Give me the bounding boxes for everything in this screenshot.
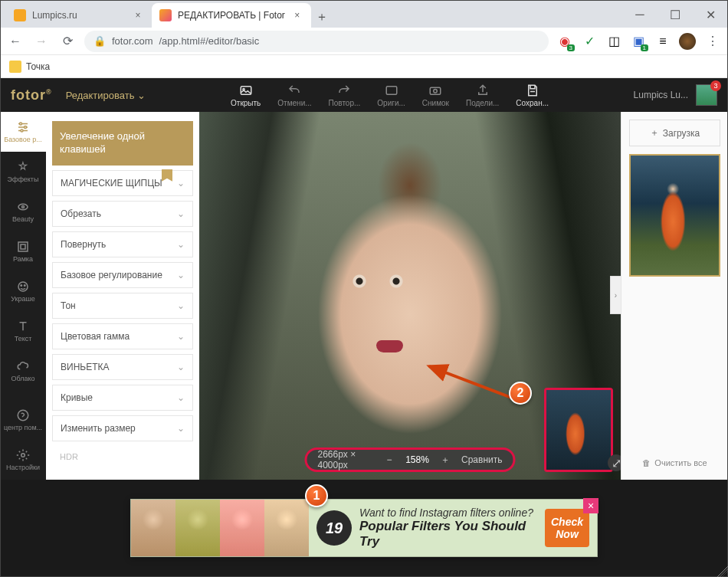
menu-button[interactable]: ⋮ <box>703 32 722 51</box>
zoom-out-button[interactable]: − <box>384 453 395 467</box>
window-maximize-button[interactable]: ☐ <box>657 2 693 28</box>
address-bar[interactable]: 🔒 fotor.com/app.html#/editor/basic <box>84 31 549 52</box>
right-panel: ＋ Загрузка 🗑 Очистить все <box>621 112 728 480</box>
image-dimensions: 2666px × 4000px <box>318 449 374 470</box>
chevron-down-icon: ⌄ <box>137 90 146 101</box>
options-panel: Увелечение одной клавишей МАГИЧЕСКИЕ ЩИП… <box>46 112 199 480</box>
forward-button[interactable]: → <box>32 32 51 51</box>
close-icon[interactable]: × <box>291 9 303 21</box>
option-curves[interactable]: Кривые⌄ <box>52 385 193 411</box>
svg-rect-11 <box>21 244 25 249</box>
chevron-down-icon: ⌄ <box>177 300 185 311</box>
svg-point-7 <box>21 129 23 132</box>
thumbnail[interactable] <box>629 154 720 277</box>
zoom-toolbar: 2666px × 4000px − 158% ＋ Сравнить <box>305 448 516 472</box>
option-crop[interactable]: Обрезать⌄ <box>52 201 193 227</box>
minimap[interactable]: ⤢ <box>544 388 613 472</box>
compare-button[interactable]: Сравнить <box>461 454 502 465</box>
extension-icon[interactable]: ✓ <box>581 33 598 50</box>
browser-tab-1[interactable]: Lumpics.ru × <box>6 3 152 28</box>
option-tone[interactable]: Тон⌄ <box>52 293 193 319</box>
new-tab-button[interactable]: ＋ <box>311 6 333 28</box>
url-path: /app.html#/editor/basic <box>159 35 259 47</box>
zoom-in-button[interactable]: ＋ <box>440 453 451 467</box>
canvas[interactable]: 2666px × 4000px − 158% ＋ Сравнить ⤢ <box>199 112 621 480</box>
chevron-down-icon: ⌄ <box>177 331 185 342</box>
one-tap-enhance-button[interactable]: Увелечение одной клавишей <box>52 121 193 166</box>
tab-basic[interactable]: Базовое р... <box>0 112 46 152</box>
tab-help[interactable]: центр пом... <box>0 400 46 440</box>
tab-settings[interactable]: Настройки <box>0 440 46 480</box>
snapshot-button[interactable]: Снимок <box>422 84 449 107</box>
close-icon[interactable]: × <box>132 9 144 21</box>
option-color[interactable]: Цветовая гамма⌄ <box>52 323 193 349</box>
back-button[interactable]: ← <box>6 32 25 51</box>
tab-frame[interactable]: Рамка <box>0 231 46 271</box>
option-magic[interactable]: МАГИЧЕСКИЕ ЩИПЦЫ⌄ <box>52 170 193 196</box>
left-iconbar: Базовое р... Эффекты Beauty Рамка Украше… <box>0 112 46 480</box>
reading-list-icon[interactable]: ≡ <box>654 33 671 50</box>
bookmark-item[interactable]: Точка <box>26 61 50 72</box>
app-header: fotor® Редактировать ⌄ Открыть Отмени...… <box>0 78 728 112</box>
ad-number: 19 <box>316 510 352 546</box>
svg-point-9 <box>22 206 25 208</box>
logo[interactable]: fotor® <box>11 87 52 103</box>
window-minimize-button[interactable]: ─ <box>622 2 657 28</box>
reload-button[interactable]: ⟳ <box>58 32 77 51</box>
header-tools: Открыть Отмени... Повтор... Ориги... Сни… <box>231 84 549 107</box>
browser-tab-2[interactable]: РЕДАКТИРОВАТЬ | Fotor × <box>152 3 311 28</box>
tab-effects[interactable]: Эффекты <box>0 152 46 192</box>
expand-icon[interactable]: ⤢ <box>608 454 621 471</box>
tab-cloud[interactable]: Облако <box>0 351 46 391</box>
ad-close-button[interactable]: × <box>583 498 598 513</box>
save-button[interactable]: Сохран... <box>516 84 549 107</box>
favicon <box>159 9 172 21</box>
user-area[interactable]: Lumpics Lu... <box>634 84 717 106</box>
extension-icon[interactable]: ◫ <box>605 33 622 50</box>
chevron-down-icon: ⌄ <box>177 362 185 372</box>
window-close-button[interactable]: ✕ <box>693 2 728 28</box>
tab-title: Lumpics.ru <box>32 10 77 21</box>
bookmarks-bar: Точка <box>0 55 728 78</box>
zoom-level: 158% <box>405 454 429 465</box>
browser-tabstrip: Lumpics.ru × РЕДАКТИРОВАТЬ | Fotor × ＋ ─… <box>0 0 728 28</box>
svg-rect-3 <box>431 87 441 94</box>
svg-rect-10 <box>18 242 28 251</box>
option-rotate[interactable]: Повернуть⌄ <box>52 231 193 257</box>
svg-rect-2 <box>386 86 397 94</box>
tab-stickers[interactable]: Украше <box>0 271 46 311</box>
chevron-down-icon: ⌄ <box>177 178 185 189</box>
tab-beauty[interactable]: Beauty <box>0 192 46 231</box>
share-button[interactable]: Подели... <box>466 84 499 107</box>
chevron-down-icon: ⌄ <box>177 208 185 219</box>
redo-button[interactable]: Повтор... <box>329 84 361 107</box>
extension-icon[interactable]: ◉ <box>556 33 573 50</box>
collapse-panel-button[interactable]: › <box>610 276 621 314</box>
undo-button[interactable]: Отмени... <box>277 84 311 107</box>
clear-all-button[interactable]: 🗑 Очистить все <box>629 454 720 472</box>
option-hdr[interactable]: HDR <box>52 446 193 467</box>
profile-avatar[interactable] <box>679 33 696 50</box>
browser-toolbar: ← → ⟳ 🔒 fotor.com/app.html#/editor/basic… <box>0 28 728 55</box>
ad-banner[interactable]: 19 Want to find Instagram filters online… <box>130 499 598 557</box>
bookmark-flag-icon <box>162 169 172 182</box>
svg-point-16 <box>21 454 25 457</box>
annotation-marker-2: 2 <box>509 382 532 405</box>
tab-text[interactable]: Текст <box>0 311 46 351</box>
option-basic-adjust[interactable]: Базовое регулирование⌄ <box>52 262 193 288</box>
bookmark-folder-icon <box>9 61 21 73</box>
svg-point-4 <box>434 89 438 93</box>
chevron-down-icon: ⌄ <box>177 270 185 280</box>
option-vignette[interactable]: ВИНЬЕТКА⌄ <box>52 354 193 380</box>
original-button[interactable]: Ориги... <box>377 84 405 107</box>
user-thumbnail <box>696 84 717 106</box>
svg-point-12 <box>18 282 28 291</box>
extension-icon[interactable]: ▣ <box>630 33 647 50</box>
option-resize[interactable]: Изменить размер⌄ <box>52 415 193 441</box>
upload-button[interactable]: ＋ Загрузка <box>629 120 720 146</box>
open-button[interactable]: Открыть <box>231 84 261 107</box>
ad-cta-button[interactable]: CheckNow <box>545 509 589 547</box>
mode-dropdown[interactable]: Редактировать ⌄ <box>66 90 146 101</box>
ad-text: Want to find Instagram filters online? P… <box>359 507 545 549</box>
chevron-down-icon: ⌄ <box>177 392 185 403</box>
